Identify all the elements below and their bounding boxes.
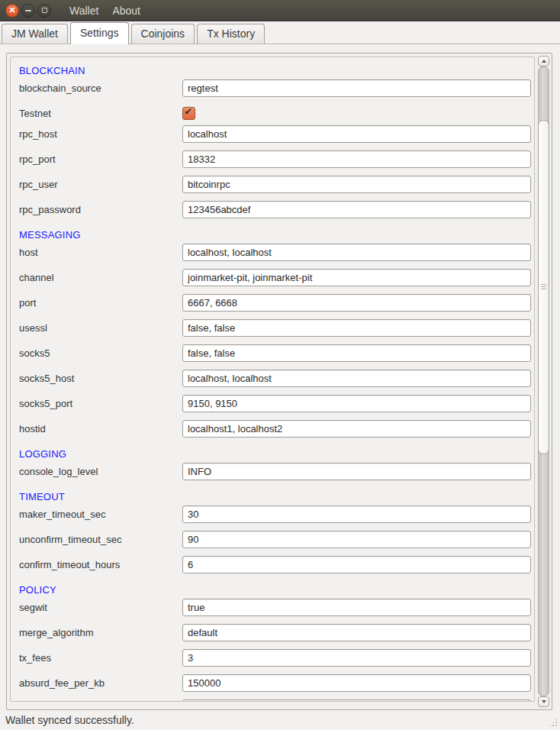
- maximize-button[interactable]: [37, 4, 51, 18]
- rpc_host-input[interactable]: [182, 125, 531, 143]
- field-label: confirm_timeout_hours: [11, 556, 182, 573]
- settings-pane: BLOCKCHAINblockchain_sourceTestnet✔rpc_h…: [0, 44, 560, 710]
- field-label: merge_algorithm: [11, 624, 182, 641]
- settings-scroll-area: BLOCKCHAINblockchain_sourceTestnet✔rpc_h…: [6, 53, 552, 710]
- section-header-timeout: TIMEOUT: [11, 488, 534, 506]
- field-label: rpc_user: [11, 176, 182, 193]
- title-bar: ✕ Wallet About: [0, 0, 560, 21]
- tab-tx-history[interactable]: Tx History: [197, 24, 265, 44]
- arrow-down-icon: [542, 700, 546, 703]
- status-bar: Wallet synced successfully.: [0, 710, 560, 730]
- field-label: blockchain_source: [11, 79, 182, 97]
- field-label: rpc_host: [11, 125, 182, 143]
- field-label: hostid: [11, 420, 182, 438]
- scrollbar-thumb[interactable]: [538, 120, 549, 454]
- settings-row: socks5_host: [11, 370, 534, 395]
- settings-row: rpc_user: [11, 176, 534, 201]
- settings-row: hostid: [11, 420, 534, 445]
- settings-row: Testnet✔: [11, 105, 534, 125]
- testnet-checkbox[interactable]: ✔: [182, 107, 195, 120]
- scroll-down-button[interactable]: [538, 696, 549, 707]
- settings-row: usessl: [11, 319, 534, 344]
- rpc_port-input[interactable]: [182, 150, 531, 168]
- settings-row: channel: [11, 269, 534, 294]
- hostid-input[interactable]: [182, 420, 531, 438]
- menu-wallet[interactable]: Wallet: [63, 2, 105, 20]
- field-label: absurd_fee_per_kb: [11, 674, 182, 692]
- field-label: socks5_port: [11, 395, 182, 412]
- close-icon: ✕: [8, 6, 15, 15]
- field-label: port: [11, 294, 182, 312]
- resize-grip-icon[interactable]: [548, 717, 558, 728]
- rpc_password-input[interactable]: [182, 201, 531, 218]
- settings-row: socks5_port: [11, 395, 534, 420]
- field-label: Testnet: [11, 105, 182, 122]
- settings-form: BLOCKCHAINblockchain_sourceTestnet✔rpc_h…: [10, 57, 535, 702]
- unconfirm_timeout_sec-input[interactable]: [182, 531, 531, 548]
- usessl-input[interactable]: [182, 319, 531, 337]
- scrollbar-track[interactable]: [538, 66, 549, 696]
- channel-input[interactable]: [182, 269, 531, 286]
- tab-coinjoins[interactable]: Coinjoins: [131, 24, 195, 44]
- rpc_user-input[interactable]: [182, 176, 531, 193]
- merge_algorithm-input[interactable]: [182, 624, 531, 641]
- section-header-messaging: MESSAGING: [11, 226, 534, 244]
- field-label: host: [11, 244, 182, 261]
- section-header-blockchain: BLOCKCHAIN: [11, 62, 534, 79]
- host-input[interactable]: [182, 244, 531, 261]
- settings-row: maker_timeout_sec: [11, 506, 534, 531]
- settings-row: segwit: [11, 599, 534, 624]
- tab-bar: JM WalletSettingsCoinjoinsTx History: [0, 21, 560, 44]
- socks5-input[interactable]: [182, 344, 531, 362]
- absurd_fee_per_kb-input[interactable]: [182, 674, 531, 692]
- maximize-icon: [42, 8, 47, 13]
- settings-row: confirm_timeout_hours: [11, 556, 534, 581]
- field-label: segwit: [11, 599, 182, 616]
- status-message: Wallet synced successfully.: [5, 714, 134, 726]
- menu-bar: Wallet About: [63, 2, 147, 20]
- settings-row: absurd_fee_per_kb: [11, 674, 534, 699]
- tx_fees-input[interactable]: [182, 649, 531, 667]
- settings-row: unconfirm_timeout_sec: [11, 531, 534, 556]
- socks5_host-input[interactable]: [182, 370, 531, 387]
- section-header-policy: POLICY: [11, 581, 534, 599]
- scroll-up-button[interactable]: [538, 56, 549, 66]
- vertical-scrollbar[interactable]: [538, 56, 549, 707]
- field-label: console_log_level: [11, 463, 182, 480]
- settings-row: host: [11, 244, 534, 269]
- settings-row: rpc_host: [11, 125, 534, 150]
- minimize-button[interactable]: [21, 4, 35, 18]
- blockchain_source-input[interactable]: [182, 79, 531, 97]
- field-label: socks5_host: [11, 370, 182, 387]
- settings-row: merge_algorithm: [11, 624, 534, 649]
- field-label: unconfirm_timeout_sec: [11, 531, 182, 548]
- field-label: socks5: [11, 344, 182, 362]
- tab-settings[interactable]: Settings: [70, 22, 129, 44]
- field-label: rpc_port: [11, 150, 182, 168]
- arrow-up-icon: [542, 60, 546, 63]
- tab-jm-wallet[interactable]: JM Wallet: [2, 24, 68, 44]
- close-button[interactable]: ✕: [5, 4, 19, 18]
- settings-row: rpc_password: [11, 201, 534, 226]
- field-label: maker_timeout_sec: [11, 506, 182, 523]
- section-header-logging: LOGGING: [11, 445, 534, 463]
- console_log_level-input[interactable]: [182, 463, 531, 480]
- settings-row: console_log_level: [11, 463, 534, 488]
- confirm_timeout_hours-input[interactable]: [182, 556, 531, 573]
- field-label: usessl: [11, 319, 182, 337]
- field-label: tx_fees: [11, 649, 182, 667]
- app-window: ✕ Wallet About JM WalletSettingsCoinjoin…: [0, 0, 560, 730]
- port-input[interactable]: [182, 294, 531, 312]
- minimize-icon: [25, 10, 31, 11]
- field-label: channel: [11, 269, 182, 286]
- settings-row: blockchain_source: [11, 79, 534, 105]
- field-label: rpc_password: [11, 201, 182, 218]
- settings-row: port: [11, 294, 534, 319]
- settings-row: rpc_port: [11, 150, 534, 176]
- settings-row: socks5: [11, 344, 534, 370]
- segwit-input[interactable]: [182, 599, 531, 616]
- partial-input[interactable]: [182, 699, 531, 702]
- socks5_port-input[interactable]: [182, 395, 531, 412]
- maker_timeout_sec-input[interactable]: [182, 506, 531, 523]
- menu-about[interactable]: About: [105, 2, 147, 20]
